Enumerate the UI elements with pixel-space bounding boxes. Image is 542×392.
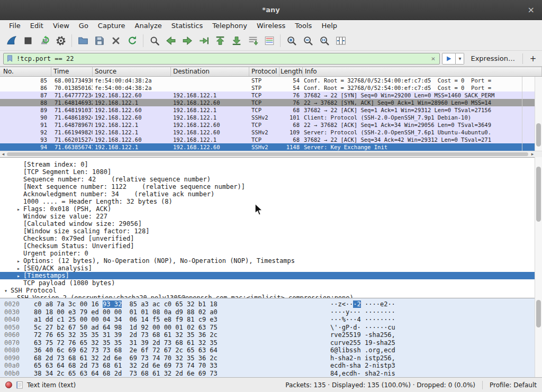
hex-ascii[interactable]: ecdh-sha 2-nistp3 (330, 362, 395, 369)
packet-row-89[interactable]: 8971.648191037192.168.122.60192.168.122.… (0, 106, 542, 114)
column-header-source[interactable]: Source (93, 67, 171, 76)
close-file-button[interactable] (107, 33, 124, 49)
details-scrollbar[interactable] (535, 157, 542, 298)
menu-telephony[interactable]: Telephony (207, 20, 252, 31)
hex-row[interactable]: 009068 2d 73 68 61 32 2d 6e 69 73 74 70 … (4, 354, 542, 362)
detail-line[interactable]: [Stream index: 0] (0, 161, 542, 168)
go-first-packet-button[interactable] (212, 33, 228, 49)
status-profile[interactable]: Profile: Default (490, 381, 537, 389)
detail-line[interactable]: ▸[Timestamps] (0, 272, 542, 279)
filter-dropdown-icon[interactable]: ▾ (456, 53, 464, 65)
hex-bytes[interactable]: 68 2d 73 68 61 32 2d 6e 69 73 74 70 32 3… (34, 354, 218, 362)
packet-list-minimap[interactable] (522, 77, 535, 151)
packet-list-hscrollbar[interactable]: ◂ ▸ (0, 151, 542, 157)
packet-row-87[interactable]: 8771.647777234192.168.122.60192.168.122.… (0, 92, 542, 99)
hscrollbar-thumb[interactable] (7, 152, 528, 156)
save-file-button[interactable] (91, 33, 107, 49)
resize-columns-button[interactable] (332, 33, 349, 49)
menu-help[interactable]: Help (317, 20, 342, 31)
hex-bytes[interactable]: a1 dd c1 25 00 00 04 34 06 14 f5 e8 f9 8… (34, 316, 218, 323)
menu-view[interactable]: View (48, 20, 74, 31)
filter-text[interactable]: !tcp.port == 22 (16, 55, 430, 62)
packet-row-88[interactable]: 8871.648146932192.168.122.1192.168.122.6… (0, 99, 542, 106)
hex-bytes[interactable]: 85 a3 ac c0 65 32 b1 18 (122, 300, 218, 308)
column-header-len[interactable]: Length (279, 67, 303, 76)
filter-clear-icon[interactable]: × (430, 54, 437, 62)
packet-list-header[interactable]: No.TimeSourceDestinationProtocolLengthIn… (0, 67, 542, 77)
packet-row-93[interactable]: 9371.662015274192.168.122.60192.168.122.… (0, 136, 542, 143)
hex-bytes-selected[interactable]: 93 32 (103, 300, 122, 308)
hex-ascii[interactable]: ···%···4 ········ (330, 316, 395, 323)
detail-line[interactable]: [Next sequence number: 1122 (relative se… (0, 183, 542, 190)
menu-tools[interactable]: Tools (290, 20, 317, 31)
hex-row[interactable]: 006072 76 65 32 35 35 31 39 2d 73 68 61 … (4, 331, 542, 339)
restart-capture-button[interactable] (36, 33, 52, 49)
hex-bytes[interactable]: 36 40 6c 69 62 73 73 68 2e 6f 72 67 2c 6… (34, 347, 218, 354)
menu-statistics[interactable]: Statistics (167, 20, 207, 31)
hex-bytes[interactable]: c0 a8 7a 3c 00 16 (34, 300, 103, 308)
detail-line[interactable]: [Checksum Status: Unverified] (0, 242, 542, 250)
packet-list-scrollbar[interactable] (535, 77, 542, 151)
window-close-button[interactable]: × (528, 5, 535, 15)
hex-row[interactable]: 003080 18 00 e3 79 ed 00 00 01 01 08 0a … (4, 308, 542, 316)
detail-line[interactable]: SSH Version 2 (encryption:chacha20-poly1… (0, 294, 542, 298)
go-forward-button[interactable] (179, 33, 195, 49)
reload-file-button[interactable] (124, 33, 140, 49)
hex-row[interactable]: 0040a1 dd c1 25 00 00 04 34 06 14 f5 e8 … (4, 316, 542, 324)
column-header-dest[interactable]: Destination (171, 67, 249, 76)
hex-row[interactable]: 0020c0 a8 7a 3c 00 16 93 32 85 a3 ac c0 … (4, 300, 542, 308)
column-header-proto[interactable]: Protocol (249, 67, 279, 76)
detail-line[interactable]: Sequence number: 42 (relative sequence n… (0, 176, 542, 183)
hex-bytes[interactable]: 72 76 65 32 35 35 31 39 2d 73 68 61 32 3… (34, 331, 218, 339)
menu-file[interactable]: File (4, 20, 25, 31)
display-filter-input[interactable]: !tcp.port == 22 × (3, 53, 440, 65)
detail-line[interactable]: ▸Flags: 0x018 (PSH, ACK) (0, 205, 542, 213)
hex-ascii[interactable]: rve25519 -sha256, (330, 331, 395, 339)
packet-row-94[interactable]: 9471.663856741192.168.122.1192.168.122.6… (0, 143, 542, 151)
detail-line[interactable]: Checksum: 0x79ed [unverified] (0, 235, 542, 242)
hex-ascii[interactable]: ····y··· ········ (330, 308, 395, 316)
hex-ascii[interactable]: \'·gP·d· ······cu (330, 324, 395, 331)
packet-row-90[interactable]: 9071.648618924192.168.122.60192.168.122.… (0, 114, 542, 121)
packet-row-86[interactable]: 8670.013850163fe:54:00:d4:38:2aSTP54Conf… (0, 84, 542, 92)
hex-bytes[interactable]: 63 75 72 76 65 32 35 35 31 39 2d 73 68 6… (34, 339, 218, 347)
hex-row[interactable]: 007063 75 72 76 65 32 35 35 31 39 2d 73 … (4, 339, 542, 347)
scroll-left-icon[interactable]: ◂ (0, 151, 6, 157)
hex-bytes[interactable]: 65 63 64 68 2d 73 68 61 32 2d 6e 69 73 7… (34, 362, 218, 369)
detail-line[interactable]: TCP payload (1080 bytes) (0, 279, 542, 287)
scrollbar-thumb[interactable] (536, 123, 541, 147)
hex-row[interactable]: 008036 40 6c 69 62 73 73 68 2e 6f 72 67 … (4, 347, 542, 354)
go-last-packet-button[interactable] (228, 33, 245, 49)
menu-edit[interactable]: Edit (25, 20, 48, 31)
hex-row[interactable]: 00b038 34 2c 65 63 64 68 2d 73 68 61 32 … (4, 370, 542, 378)
scrollbar-thumb[interactable] (536, 167, 541, 222)
hex-ascii[interactable]: ··z<·· (330, 300, 353, 308)
auto-scroll-button[interactable] (245, 33, 261, 49)
filter-apply-button[interactable] (442, 53, 456, 65)
hex-ascii[interactable]: h-sha2-n istp256, (330, 354, 395, 362)
expander-open-icon[interactable]: ▾ (4, 287, 11, 294)
detail-line[interactable]: [Window size scaling factor: 128] (0, 227, 542, 235)
expander-closed-icon[interactable]: ▸ (17, 265, 23, 272)
capture-comment-icon[interactable] (16, 381, 23, 389)
detail-line[interactable]: [Calculated window size: 29056] (0, 220, 542, 227)
detail-line[interactable]: ▾SSH Protocol (0, 287, 542, 294)
hex-row[interactable]: 00a065 63 64 68 2d 73 68 61 32 2d 6e 69 … (4, 362, 542, 370)
detail-line[interactable]: ▸[SEQ/ACK analysis] (0, 265, 542, 272)
zoom-in-button[interactable] (283, 33, 300, 49)
expert-info-icon[interactable] (5, 381, 12, 388)
detail-line[interactable]: ▸Options: (12 bytes), No-Operation (NOP)… (0, 257, 542, 265)
expander-closed-icon[interactable]: ▸ (17, 272, 23, 279)
column-header-no[interactable]: No. (0, 67, 51, 76)
hex-ascii[interactable]: ····e2·· (361, 300, 395, 308)
filter-bookmark-icon[interactable] (6, 54, 13, 62)
hex-ascii[interactable]: curve255 19-sha25 (330, 339, 395, 347)
find-packet-button[interactable] (146, 33, 162, 49)
zoom-out-button[interactable] (300, 33, 316, 49)
column-header-time[interactable]: Time (51, 67, 93, 76)
hex-ascii-selected[interactable]: ·2 (353, 300, 360, 308)
zoom-original-button[interactable] (316, 33, 332, 49)
menu-analyze[interactable]: Analyze (130, 20, 167, 31)
detail-line[interactable]: [TCP Segment Len: 1080] (0, 168, 542, 176)
scroll-right-icon[interactable]: ▸ (529, 151, 536, 157)
